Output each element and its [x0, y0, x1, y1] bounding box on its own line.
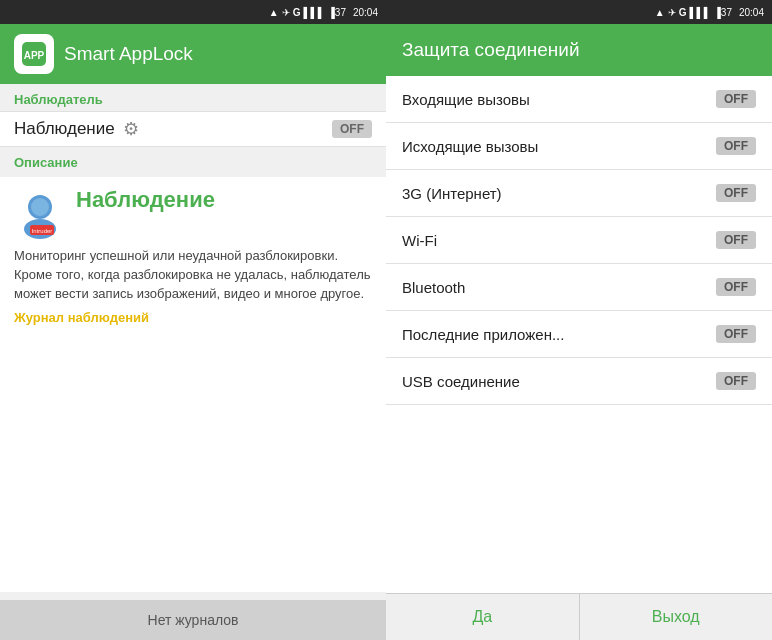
- right-battery-icon: ▐37: [714, 7, 732, 18]
- right-network-icon: G: [679, 7, 687, 18]
- time-display: 20:04: [353, 7, 378, 18]
- app-icon: APP: [14, 34, 54, 74]
- bottom-bar: Да Выход: [386, 593, 772, 640]
- observer-toggle-row: Наблюдение ⚙ OFF: [0, 111, 386, 147]
- settings-item-label: Последние приложен...: [402, 326, 564, 343]
- battery-icon: ▐37: [328, 7, 346, 18]
- settings-item-label: USB соединение: [402, 373, 520, 390]
- observer-info: Наблюдение: [76, 187, 215, 213]
- settings-item-label: Исходящие вызовы: [402, 138, 538, 155]
- left-status-icons: ▲ ✈ G ▌▌▌ ▐37 20:04: [269, 7, 378, 18]
- left-status-bar: ▲ ✈ G ▌▌▌ ▐37 20:04: [0, 0, 386, 24]
- observer-title: Наблюдение: [76, 187, 215, 213]
- settings-toggle-5[interactable]: OFF: [716, 325, 756, 343]
- wifi-icon: ▲: [269, 7, 279, 18]
- confirm-button[interactable]: Да: [386, 594, 580, 640]
- right-status-bar: ▲ ✈ G ▌▌▌ ▐37 20:04: [386, 0, 772, 24]
- description-label: Описание: [14, 155, 78, 170]
- right-status-icons: ▲ ✈ G ▌▌▌ ▐37 20:04: [655, 7, 764, 18]
- settings-item[interactable]: 3G (Интернет) OFF: [386, 170, 772, 217]
- settings-item-label: Wi-Fi: [402, 232, 437, 249]
- settings-toggle-1[interactable]: OFF: [716, 137, 756, 155]
- settings-toggle-0[interactable]: OFF: [716, 90, 756, 108]
- settings-item-label: 3G (Интернет): [402, 185, 502, 202]
- right-title: Защита соединений: [402, 39, 580, 61]
- settings-item[interactable]: Исходящие вызовы OFF: [386, 123, 772, 170]
- right-header: Защита соединений: [386, 24, 772, 76]
- observer-avatar: Intruder: [14, 187, 66, 239]
- svg-point-4: [31, 198, 49, 216]
- signal-icon: ▌▌▌: [303, 7, 324, 18]
- svg-text:Intruder: Intruder: [32, 228, 53, 234]
- gear-icon[interactable]: ⚙: [123, 118, 139, 140]
- observer-card: Intruder Наблюдение: [14, 187, 372, 239]
- settings-item-label: Входящие вызовы: [402, 91, 530, 108]
- app-title: Smart AppLock: [64, 43, 193, 65]
- right-panel: ▲ ✈ G ▌▌▌ ▐37 20:04 Защита соединений Вх…: [386, 0, 772, 640]
- app-header: APP Smart AppLock: [0, 24, 386, 84]
- left-panel: ▲ ✈ G ▌▌▌ ▐37 20:04 APP Smart AppLock На…: [0, 0, 386, 640]
- settings-item[interactable]: Bluetooth OFF: [386, 264, 772, 311]
- observer-section-label: Наблюдатель: [0, 84, 386, 111]
- observer-description-text: Мониторинг успешной или неудачной разбло…: [14, 247, 372, 304]
- right-airplane-icon: ✈: [668, 7, 676, 18]
- settings-item[interactable]: Wi-Fi OFF: [386, 217, 772, 264]
- airplane-icon: ✈: [282, 7, 290, 18]
- settings-list: Входящие вызовы OFF Исходящие вызовы OFF…: [386, 76, 772, 593]
- journal-link[interactable]: Журнал наблюдений: [14, 304, 372, 329]
- network-icon: G: [293, 7, 301, 18]
- right-signal-icon: ▌▌▌: [689, 7, 710, 18]
- settings-toggle-3[interactable]: OFF: [716, 231, 756, 249]
- right-wifi-icon: ▲: [655, 7, 665, 18]
- svg-text:APP: APP: [24, 50, 45, 61]
- settings-toggle-6[interactable]: OFF: [716, 372, 756, 390]
- no-logs-bar: Нет журналов: [0, 600, 386, 640]
- observer-text: Наблюдение: [14, 119, 115, 139]
- exit-button[interactable]: Выход: [580, 594, 773, 640]
- observer-toggle[interactable]: OFF: [332, 120, 372, 138]
- settings-item-label: Bluetooth: [402, 279, 465, 296]
- settings-toggle-4[interactable]: OFF: [716, 278, 756, 296]
- content-card: Intruder Наблюдение Мониторинг успешной …: [0, 177, 386, 592]
- description-section: Описание: [0, 147, 386, 173]
- settings-item[interactable]: USB соединение OFF: [386, 358, 772, 405]
- settings-item[interactable]: Последние приложен... OFF: [386, 311, 772, 358]
- observer-row-left: Наблюдение ⚙: [14, 118, 139, 140]
- settings-toggle-2[interactable]: OFF: [716, 184, 756, 202]
- settings-item[interactable]: Входящие вызовы OFF: [386, 76, 772, 123]
- right-time-display: 20:04: [739, 7, 764, 18]
